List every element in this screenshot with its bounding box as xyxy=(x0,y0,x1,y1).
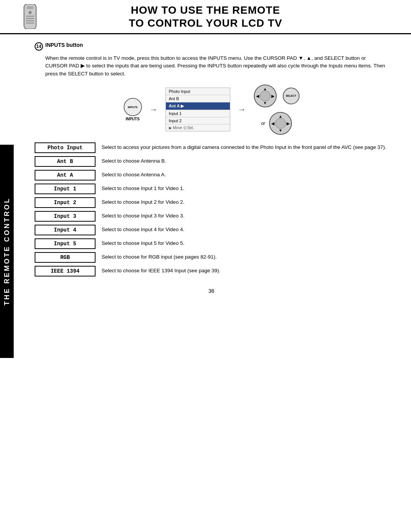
input-label-box: Input 3 xyxy=(35,211,96,222)
svg-rect-5 xyxy=(26,20,34,21)
main-content: 14 INPUTS button When the remote control… xyxy=(14,34,411,302)
input-row: Ant BSelect to choose Antenna B. xyxy=(35,156,388,167)
menu-item-4: Input 2 xyxy=(166,117,230,125)
svg-point-2 xyxy=(29,11,32,14)
input-label-box: Input 5 xyxy=(35,238,96,249)
page-number: 36 xyxy=(35,288,388,294)
cursor-right-arrow: ▶ xyxy=(271,94,274,98)
input-label-box: Photo Input xyxy=(35,142,96,153)
input-label-box: Input 4 xyxy=(35,225,96,235)
page-header: HOW TO USE THE REMOTE TO CONTROL YOUR LC… xyxy=(0,0,411,34)
inputs-button: INPUTS xyxy=(124,98,142,116)
section-description: When the remote control is in TV mode, p… xyxy=(45,54,388,78)
svg-rect-4 xyxy=(26,18,34,19)
menu-box: Photo Input Ant B Ant A Input 1 Input 2 … xyxy=(166,88,230,131)
input-row: Input 3Select to choose Input 3 for Vide… xyxy=(35,211,388,222)
sidebar-text: THE REMOTE CONTROL xyxy=(3,197,11,305)
cursor-pad-2: ▲ ▼ ◀ ▶ xyxy=(269,112,292,135)
input-row: RGBSelect to choose for RGB input (see p… xyxy=(35,252,388,263)
diagram-area: INPUTS INPUTS → Photo Input Ant B Ant A … xyxy=(35,85,388,135)
select-button: SELECT xyxy=(283,88,299,104)
input-description: Select to choose Antenna B. xyxy=(102,156,166,165)
cursor2-left-arrow: ◀ xyxy=(271,121,274,125)
arrow2: → xyxy=(238,105,246,115)
input-label-box: Ant B xyxy=(35,156,96,167)
sidebar-label: THE REMOTE CONTROL xyxy=(0,145,14,358)
input-row: Input 2Select to choose Input 2 for Vide… xyxy=(35,197,388,208)
cursor-down-arrow: ▼ xyxy=(263,101,267,105)
menu-item-1: Ant B xyxy=(166,95,230,102)
input-description: Select to choose for RGB input (see page… xyxy=(102,252,217,261)
arrow1: → xyxy=(150,105,158,115)
input-label-box: Input 1 xyxy=(35,184,96,194)
input-description: Select to choose Input 5 for Video 5. xyxy=(102,238,184,247)
or-text: or xyxy=(261,121,265,126)
inputs-label-below: INPUTS xyxy=(126,117,140,121)
input-row: Input 1Select to choose Input 1 for Vide… xyxy=(35,184,388,194)
input-label-box: RGB xyxy=(35,252,96,263)
title-line1: HOW TO USE THE REMOTE xyxy=(46,4,365,17)
input-description: Select to choose Input 2 for Video 2. xyxy=(102,197,184,206)
menu-list: Photo Input Ant B Ant A Input 1 Input 2 … xyxy=(166,88,230,131)
cursor2-down-arrow: ▼ xyxy=(279,128,282,133)
input-label-box: Ant A xyxy=(35,170,96,181)
menu-item-3: Input 1 xyxy=(166,110,230,117)
input-row: Ant ASelect to choose Antenna A. xyxy=(35,170,388,181)
menu-item-footer: ▶ Move ⊡ Sel. xyxy=(166,125,230,131)
svg-rect-3 xyxy=(26,16,34,17)
section-heading-text: INPUTS button xyxy=(45,42,83,48)
input-row: IEEE 1394Select to choose for IEEE 1394 … xyxy=(35,266,388,276)
select-label: SELECT xyxy=(286,94,296,97)
svg-rect-6 xyxy=(26,22,34,24)
section-heading: 14 INPUTS button xyxy=(35,42,388,51)
diagram-bottom-row: or ▲ ▼ ◀ ▶ xyxy=(261,112,292,135)
input-label-box: IEEE 1394 xyxy=(35,266,96,276)
inputs-button-wrapper: INPUTS INPUTS xyxy=(124,98,142,121)
section-number: 14 xyxy=(35,42,43,51)
input-label-box: Input 2 xyxy=(35,197,96,208)
diagram-top-row: ▲ ▼ ◀ ▶ SELECT xyxy=(254,85,299,107)
cursor-pad-outer: ▲ ▼ ◀ ▶ xyxy=(254,85,277,107)
diagram-right-group: ▲ ▼ ◀ ▶ SELECT or ▲ xyxy=(254,85,299,135)
cursor-pad: ▲ ▼ ◀ ▶ xyxy=(254,85,277,107)
cursor-pad-inner xyxy=(260,91,271,101)
input-description: Select to choose Input 1 for Video 1. xyxy=(102,184,184,192)
svg-rect-1 xyxy=(27,6,33,9)
header-title: HOW TO USE THE REMOTE TO CONTROL YOUR LC… xyxy=(46,4,365,29)
menu-item-0: Photo Input xyxy=(166,88,230,95)
input-row: Input 5Select to choose Input 5 for Vide… xyxy=(35,238,388,249)
input-row: Photo InputSelect to access your picture… xyxy=(35,142,388,153)
cursor2-right-arrow: ▶ xyxy=(287,121,290,125)
cursor-left-arrow: ◀ xyxy=(256,94,259,98)
cursor-up-arrow: ▲ xyxy=(263,87,267,91)
input-description: Select to choose Input 3 for Video 3. xyxy=(102,211,184,220)
cursor2-up-arrow: ▲ xyxy=(279,114,282,118)
input-description: Select to choose Antenna A. xyxy=(102,170,166,179)
input-items-list: Photo InputSelect to access your picture… xyxy=(35,142,388,276)
menu-item-2: Ant A xyxy=(166,102,230,110)
cursor-pad-2-outer: ▲ ▼ ◀ ▶ xyxy=(269,112,292,135)
input-row: Input 4Select to choose Input 4 for Vide… xyxy=(35,225,388,235)
remote-icon xyxy=(23,4,37,29)
input-description: Select to access your pictures from a di… xyxy=(102,142,386,151)
title-line2: TO CONTROL YOUR LCD TV xyxy=(46,17,365,30)
input-description: Select to choose Input 4 for Video 4. xyxy=(102,225,184,233)
input-description: Select to choose for IEEE 1394 Input (se… xyxy=(102,266,220,275)
cursor-pad-2-inner xyxy=(275,118,286,129)
